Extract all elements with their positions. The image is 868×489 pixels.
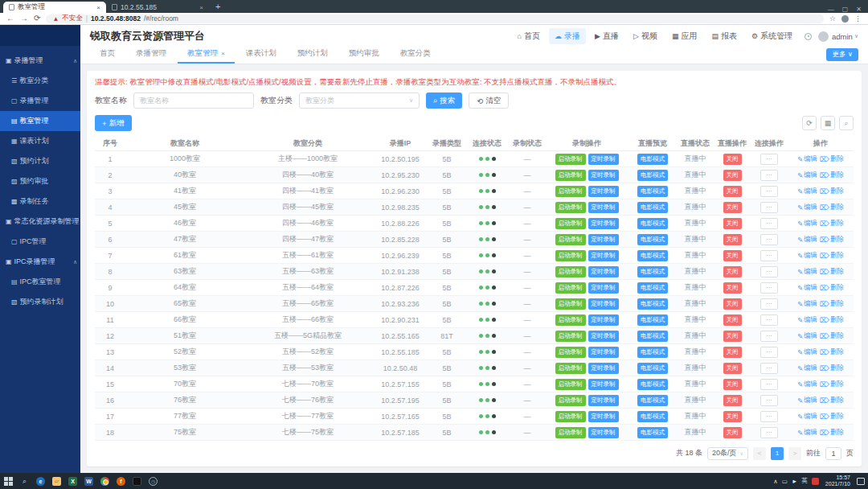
timed-recording-button[interactable]: 定时录制: [588, 427, 619, 438]
start-recording-button[interactable]: 启动录制: [555, 395, 586, 406]
edit-link[interactable]: ✎编辑: [797, 364, 817, 373]
firefox-icon[interactable]: f: [116, 476, 126, 487]
eye-icon[interactable]: [805, 33, 812, 40]
delete-link[interactable]: ⌦删除: [820, 396, 844, 405]
timed-recording-button[interactable]: 定时录制: [588, 170, 619, 181]
page-tab-教室管理[interactable]: 教室管理×: [178, 45, 235, 64]
movie-mode-button[interactable]: 电影模式: [637, 363, 668, 374]
more-actions-button[interactable]: ···: [760, 250, 778, 261]
file-explorer-icon[interactable]: ▱: [51, 476, 62, 487]
movie-mode-button[interactable]: 电影模式: [637, 202, 668, 213]
movie-mode-button[interactable]: 电影模式: [637, 379, 668, 390]
page-size-select[interactable]: 20条/页 ∨: [707, 447, 748, 460]
start-recording-button[interactable]: 启动录制: [555, 363, 586, 374]
sidebar-item-IPC教室管理[interactable]: ▤IPC教室管理: [0, 272, 80, 292]
edit-link[interactable]: ✎编辑: [797, 380, 817, 389]
page-tab-预约计划[interactable]: 预约计划: [288, 45, 338, 64]
edit-link[interactable]: ✎编辑: [797, 187, 817, 196]
nav-item-首页[interactable]: ⌂首页: [512, 28, 546, 44]
movie-mode-button[interactable]: 电影模式: [637, 266, 668, 277]
user-avatar[interactable]: [818, 31, 829, 42]
start-recording-button[interactable]: 启动录制: [555, 379, 586, 390]
timed-recording-button[interactable]: 定时录制: [588, 282, 619, 294]
new-tab-button[interactable]: +: [215, 2, 220, 13]
sidebar-item-预约审批[interactable]: ▨预约审批: [0, 171, 80, 191]
start-recording-button[interactable]: 启动录制: [555, 411, 586, 422]
sidebar-item-预约录制计划[interactable]: ▧预约录制计划: [0, 292, 80, 312]
display-tray-icon[interactable]: ▭: [782, 478, 788, 485]
more-actions-button[interactable]: ···: [760, 218, 778, 229]
edit-link[interactable]: ✎编辑: [797, 251, 817, 261]
more-actions-button[interactable]: ···: [760, 234, 778, 245]
more-actions-button[interactable]: ···: [760, 379, 778, 390]
input-language-indicator[interactable]: 英: [801, 477, 808, 485]
minimize-icon[interactable]: —: [828, 6, 834, 13]
timed-recording-button[interactable]: 定时录制: [588, 331, 619, 342]
column-search-icon[interactable]: ⌕: [839, 116, 854, 130]
classroom-name-input[interactable]: 教室名称: [133, 92, 254, 109]
timed-recording-button[interactable]: 定时录制: [588, 379, 619, 390]
edit-link[interactable]: ✎编辑: [797, 315, 817, 325]
url-bar[interactable]: ▲ 不安全 | 10.2.50.48:8082 /#/rec/room: [46, 14, 824, 23]
more-actions-button[interactable]: ···: [760, 186, 778, 197]
delete-link[interactable]: ⌦删除: [820, 331, 844, 341]
edit-link[interactable]: ✎编辑: [797, 299, 817, 309]
edit-link[interactable]: ✎编辑: [797, 171, 817, 180]
close-live-button[interactable]: 关闭: [723, 314, 742, 326]
tray-expand-icon[interactable]: ∧: [773, 478, 778, 485]
close-live-button[interactable]: 关闭: [723, 250, 742, 261]
clear-button[interactable]: ⟲ 清空: [469, 92, 509, 109]
tab-close-icon[interactable]: ×: [96, 4, 100, 11]
nav-item-应用[interactable]: ▦应用: [666, 28, 703, 44]
sidebar-item-录播管理[interactable]: ▢录播管理: [0, 91, 80, 111]
timed-recording-button[interactable]: 定时录制: [588, 250, 619, 261]
timed-recording-button[interactable]: 定时录制: [588, 202, 619, 213]
close-live-button[interactable]: 关闭: [723, 170, 742, 181]
refresh-icon[interactable]: ⟳: [802, 116, 817, 130]
movie-mode-button[interactable]: 电影模式: [637, 282, 668, 294]
movie-mode-button[interactable]: 电影模式: [637, 411, 668, 422]
start-recording-button[interactable]: 启动录制: [555, 282, 586, 294]
more-actions-button[interactable]: ···: [760, 347, 778, 358]
more-actions-button[interactable]: ···: [760, 395, 778, 406]
density-icon[interactable]: ▦: [821, 116, 835, 130]
volume-icon[interactable]: ►: [792, 478, 797, 485]
start-recording-button[interactable]: 启动录制: [555, 266, 586, 277]
tab-close-icon[interactable]: ×: [221, 50, 225, 57]
more-actions-button[interactable]: ···: [760, 282, 778, 294]
edit-link[interactable]: ✎编辑: [797, 412, 817, 421]
movie-mode-button[interactable]: 电影模式: [637, 298, 668, 310]
page-tab-首页[interactable]: 首页: [90, 45, 125, 64]
timed-recording-button[interactable]: 定时录制: [588, 298, 619, 310]
page-tab-录播管理[interactable]: 录播管理: [126, 45, 176, 64]
tray-app-icon[interactable]: [812, 478, 819, 485]
close-live-button[interactable]: 关闭: [723, 379, 742, 390]
add-button[interactable]: + 新增: [95, 115, 132, 131]
reload-icon[interactable]: ⟳: [34, 14, 40, 23]
delete-link[interactable]: ⌦删除: [820, 315, 844, 325]
timed-recording-button[interactable]: 定时录制: [588, 395, 619, 406]
close-live-button[interactable]: 关闭: [723, 363, 742, 374]
sidebar-item-课表计划[interactable]: ▦课表计划: [0, 131, 80, 151]
start-recording-button[interactable]: 启动录制: [555, 186, 586, 197]
delete-link[interactable]: ⌦删除: [820, 251, 844, 261]
close-live-button[interactable]: 关闭: [723, 154, 742, 165]
dark-app-icon[interactable]: [132, 476, 142, 487]
classroom-category-select[interactable]: 教室分类 ∨: [299, 92, 420, 109]
delete-link[interactable]: ⌦删除: [820, 283, 844, 293]
edit-link[interactable]: ✎编辑: [797, 203, 817, 212]
movie-mode-button[interactable]: 电影模式: [637, 427, 668, 438]
sidebar-group[interactable]: ▣常态化资源录制管理∧: [0, 212, 80, 232]
sidebar-group[interactable]: ▣录播管理∧: [0, 51, 80, 71]
close-live-button[interactable]: 关闭: [723, 411, 742, 422]
more-actions-button[interactable]: ···: [760, 202, 778, 213]
browser-tab-1[interactable]: 教室管理 ×: [3, 2, 106, 13]
sidebar-item-教室分类[interactable]: ☰教室分类: [0, 71, 80, 91]
start-recording-button[interactable]: 启动录制: [555, 154, 586, 165]
start-recording-button[interactable]: 启动录制: [555, 170, 586, 181]
close-live-button[interactable]: 关闭: [723, 282, 742, 294]
clock-app-icon[interactable]: ◷: [148, 476, 158, 487]
start-recording-button[interactable]: 启动录制: [555, 314, 586, 326]
back-icon[interactable]: ←: [6, 14, 14, 23]
close-live-button[interactable]: 关闭: [723, 186, 742, 197]
